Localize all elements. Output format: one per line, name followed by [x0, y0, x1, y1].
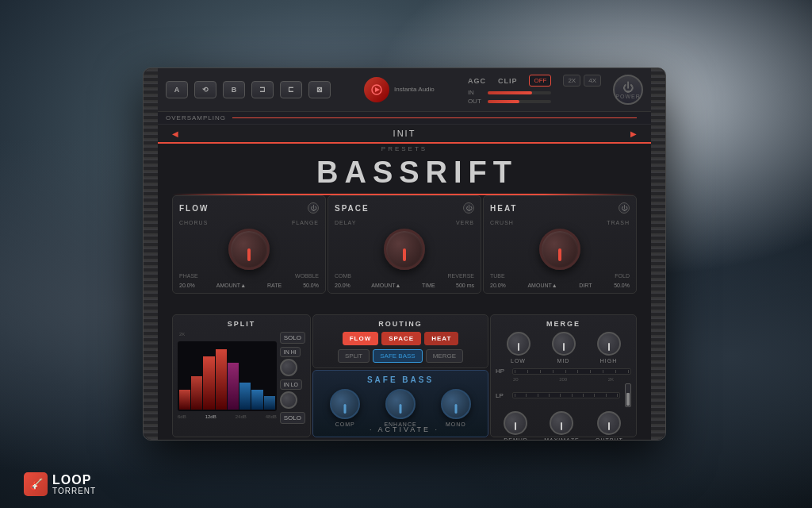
low-knob[interactable] [507, 332, 530, 356]
lt-icon: 🎸 [24, 472, 48, 496]
volume-bar-fill [626, 393, 630, 406]
volume-bar-indicator [625, 383, 631, 407]
activate-bar[interactable]: · ACTIVATE · [172, 425, 637, 433]
mono-knob[interactable] [441, 389, 471, 419]
preset-buttons-group: A ⟲ B ⊐ ⊏ ⊠ [166, 81, 331, 98]
split-hi-knob[interactable] [280, 359, 297, 376]
out-slider-row: OUT [468, 98, 601, 105]
hp-slider[interactable] [512, 368, 631, 375]
mid-knob-item: MID [552, 332, 576, 364]
space-knob[interactable] [384, 229, 425, 270]
split-lo-knob[interactable] [280, 391, 297, 409]
flow-title-row: FLOW ⏻ [179, 202, 319, 214]
out-slider-fill [488, 100, 519, 103]
hp-ticks [513, 369, 630, 374]
flow-bottom-labels: PHASE WOBBLE [179, 273, 319, 279]
split-solo-top-button[interactable]: SOLO [280, 332, 305, 344]
split-in-hi-button[interactable]: IN HI [280, 347, 301, 357]
out-slider-track[interactable] [488, 100, 551, 103]
flow-module: FLOW ⏻ CHORUS FLANGE PHASE WOBBLE 20.0% [172, 195, 326, 294]
agc-off-button[interactable]: OFF [529, 75, 551, 87]
high-knob[interactable] [597, 332, 621, 356]
loop-torrent-logo: 🎸 LOOP TORRENT [24, 472, 96, 496]
heat-power-button[interactable]: ⏻ [619, 202, 630, 214]
preset-row: ◀ INIT ▶ [158, 125, 651, 144]
routing-heat-button[interactable]: HEAT [424, 332, 458, 345]
space-title-row: SPACE ⏻ [335, 202, 474, 214]
split-in-lo-button[interactable]: IN LO [280, 379, 302, 390]
oversampling-label: OVERSAMPLING [166, 114, 226, 121]
preset-btn-a[interactable]: A [166, 81, 188, 98]
preset-next-arrow[interactable]: ▶ [624, 129, 643, 138]
spectrum-bar-7 [251, 390, 262, 410]
flow-power-button[interactable]: ⏻ [308, 202, 319, 214]
routing-merge-button[interactable]: MERGE [426, 349, 463, 363]
flow-label-phase: PHASE [179, 273, 198, 279]
clip-4x-button[interactable]: 4X [584, 75, 601, 87]
heat-knob[interactable] [539, 229, 580, 270]
plugin-window: A ⟲ B ⊐ ⊏ ⊠ Instanta Audio [143, 67, 666, 441]
routing-safe-bass-button[interactable]: SAFE BASS [373, 349, 422, 363]
hp-row: HP [496, 368, 631, 375]
space-label-comb: COMB [335, 273, 351, 279]
space-top-labels: DELAY VERB [335, 220, 474, 225]
heat-label-crush: CRUSH [490, 220, 514, 225]
preset-name: INIT [185, 129, 624, 138]
effects-area: FLOW ⏻ CHORUS FLANGE PHASE WOBBLE 20.0% [172, 195, 637, 294]
demud-label: DEMUD [504, 437, 528, 441]
heat-bottom-labels: TUBE FOLD [490, 273, 630, 279]
routing-module: ROUTING FLOW SPACE HEAT SPLIT SAFE BASS … [312, 314, 488, 368]
routing-space-button[interactable]: SPACE [381, 332, 421, 345]
heat-title: HEAT [490, 204, 517, 213]
spectrum-bar-4 [216, 349, 227, 410]
preset-btn-b[interactable]: B [223, 81, 245, 98]
power-button[interactable]: ⏻ POWER [613, 75, 643, 105]
routing-signal-buttons: FLOW SPACE HEAT [318, 332, 483, 345]
power-label: POWER [615, 94, 640, 99]
space-values: 20.0% AMOUNT▲ TIME 500 ms [335, 283, 474, 288]
preset-btn-bracket2[interactable]: ⊏ [280, 81, 302, 98]
in-slider-row: IN [468, 89, 601, 96]
space-power-button[interactable]: ⏻ [463, 202, 474, 214]
routing-safe-column: ROUTING FLOW SPACE HEAT SPLIT SAFE BASS … [312, 314, 488, 437]
heat-values: 20.0% AMOUNT▲ DIRT 50.0% [490, 283, 630, 288]
mono-knob-item: MONO [441, 389, 471, 427]
flow-label-amount: AMOUNT▲ [216, 283, 246, 288]
safe-bass-knobs: COMP ENHANCE MONO [318, 389, 483, 427]
flow-value-rate: 50.0% [303, 283, 319, 288]
split-solo-bottom-button[interactable]: SOLO [280, 412, 305, 424]
split-title: SPLIT [178, 320, 305, 328]
preset-btn-rotate[interactable]: ⟲ [194, 81, 216, 98]
mid-knob[interactable] [552, 332, 576, 356]
clip-2x-button[interactable]: 2X [563, 75, 580, 87]
in-slider-track[interactable] [488, 91, 551, 94]
preset-prev-arrow[interactable]: ◀ [166, 129, 185, 138]
enhance-knob[interactable] [385, 389, 416, 419]
routing-flow-button[interactable]: FLOW [343, 332, 379, 345]
lp-slider[interactable] [512, 392, 620, 398]
space-value-time: 500 ms [456, 283, 474, 288]
out-label: OUT [468, 98, 484, 105]
low-label: LOW [511, 358, 526, 364]
heat-value-amount: 20.0% [490, 283, 506, 288]
agc-buttons: OFF [529, 75, 551, 87]
hp-label: HP [496, 368, 510, 375]
preset-btn-bracket1[interactable]: ⊐ [251, 81, 274, 98]
freq-axis-labels: 2K [178, 332, 277, 340]
svg-marker-1 [375, 87, 380, 92]
preset-btn-x[interactable]: ⊠ [308, 81, 331, 98]
flow-knob[interactable] [228, 229, 270, 270]
spectrum-bar-5 [228, 363, 239, 410]
split-in-lo-group: IN LO [280, 379, 302, 409]
brand-logo [364, 77, 389, 102]
routing-split-button[interactable]: SPLIT [338, 349, 370, 363]
safe-bass-title: SAFE BASS [318, 375, 483, 384]
spectrum-bar-2 [191, 376, 202, 410]
flow-label-chorus: CHORUS [179, 220, 208, 225]
oversampling-row: OVERSAMPLING [158, 112, 651, 125]
space-value-amount: 20.0% [335, 283, 350, 288]
comp-knob[interactable] [330, 389, 360, 419]
flow-label-wobble: WOBBLE [295, 273, 319, 279]
space-bottom-labels: COMB REVERSE [335, 273, 474, 279]
heat-label-amount: AMOUNT▲ [527, 283, 557, 288]
